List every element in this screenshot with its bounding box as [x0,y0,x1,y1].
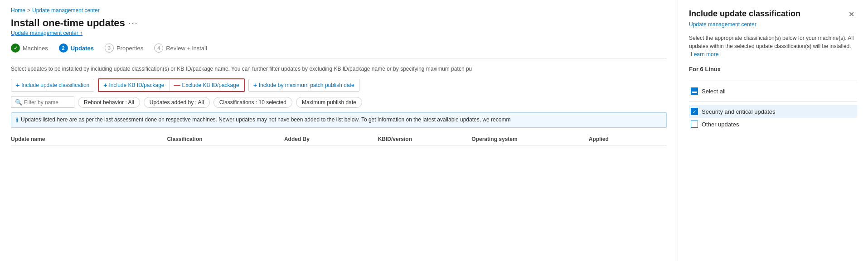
step-circle-properties: 3 [105,44,114,53]
col-update-name: Update name [11,136,167,142]
breadcrumb-home[interactable]: Home [11,7,25,14]
step-machines[interactable]: ✓ Machines [11,44,48,53]
other-updates-item[interactable]: Other updates [689,118,857,130]
table-header: Update name Classification Added By KBID… [11,133,667,145]
reboot-filter-chip[interactable]: Reboot behavior : All [78,97,140,108]
col-os: Operating system [471,136,588,142]
step-label-properties: Properties [116,45,143,52]
step-label-review: Review + install [166,45,207,52]
select-all-label: Select all [702,88,726,95]
plus-icon-date: + [253,82,257,89]
include-classification-label: Include update classification [21,82,89,88]
security-critical-label: Security and critical updates [702,108,776,115]
exclude-kb-label: Exclude KB ID/package [182,82,239,88]
panel-close-button[interactable]: ✕ [846,9,857,19]
filter-bar: 🔍 Reboot behavior : All Updates added by… [11,97,667,108]
toolbar: + Include update classification + Includ… [11,78,667,92]
step-review[interactable]: 4 Review + install [154,44,207,53]
other-updates-checkbox[interactable] [691,121,698,128]
page-title: Install one-time updates [11,17,125,29]
security-critical-item[interactable]: ✓ Security and critical updates [689,105,857,118]
other-updates-label: Other updates [702,121,739,128]
info-bar: ℹ Updates listed here are as per the las… [11,112,667,128]
search-icon: 🔍 [15,99,22,106]
panel-subtitle: Update management center [689,21,857,28]
step-circle-updates: 2 [59,44,68,53]
col-applied: Applied [589,136,667,142]
wizard-steps: ✓ Machines 2 Updates 3 Properties 4 Revi… [11,44,667,58]
col-added-by: Added By [284,136,378,142]
col-classification: Classification [167,136,284,142]
dots-menu-button[interactable]: ··· [129,19,138,28]
step-circle-review: 4 [154,44,163,53]
panel-header: Include update classification ✕ [689,9,857,19]
page-subtitle[interactable]: Update management center ↑ [11,30,667,36]
exclude-kb-button[interactable]: — Exclude KB ID/package [170,79,244,91]
security-critical-checkbox[interactable]: ✓ [691,108,698,115]
divider-mid [689,101,857,102]
breadcrumb-parent[interactable]: Update management center [32,7,100,14]
plus-icon-classification: + [16,82,19,89]
panel-description: Select the appropriate classification(s)… [689,34,857,58]
select-all-item[interactable]: ▬ Select all [689,85,857,97]
info-icon: ℹ [16,116,18,124]
updates-added-filter-chip[interactable]: Updates added by : All [144,97,210,108]
include-kb-button[interactable]: + Include KB ID/package [99,79,169,91]
step-label-updates: Updates [71,45,94,52]
col-kbid: KBID/version [378,136,472,142]
include-date-button[interactable]: + Include by maximum patch publish date [248,79,359,92]
panel-title: Include update classification [689,9,846,19]
include-kb-label: Include KB ID/package [109,82,164,88]
step-updates[interactable]: 2 Updates [59,44,94,53]
panel-section-title: For 6 Linux [689,66,857,72]
info-bar-text: Updates listed here are as per the last … [21,116,510,123]
highlighted-group: + Include KB ID/package — Exclude KB ID/… [98,78,244,92]
learn-more-link[interactable]: Learn more [691,51,718,58]
updates-description: Select updates to be installed by includ… [11,65,667,73]
step-properties[interactable]: 3 Properties [105,44,143,53]
step-circle-machines: ✓ [11,44,20,53]
minus-icon-kb: — [174,82,180,89]
include-classification-button[interactable]: + Include update classification [11,79,94,92]
breadcrumb: Home > Update management center [11,7,667,14]
max-publish-filter-chip[interactable]: Maximum publish date [296,97,362,108]
step-label-machines: Machines [23,45,48,52]
search-input[interactable] [24,99,70,106]
page-title-row: Install one-time updates ··· [11,17,667,29]
plus-icon-kb: + [103,82,107,89]
select-all-check-icon: ▬ [692,89,697,94]
include-date-label: Include by maximum patch publish date [259,82,354,88]
main-panel: Home > Update management center Install … [0,0,678,261]
classifications-filter-chip[interactable]: Classifications : 10 selected [213,97,292,108]
right-panel: Include update classification ✕ Update m… [678,0,868,261]
divider-top [689,81,857,81]
breadcrumb-sep1: > [27,7,30,14]
security-critical-check-icon: ✓ [693,109,696,114]
select-all-checkbox[interactable]: ▬ [691,87,698,95]
search-box[interactable]: 🔍 [11,97,74,108]
